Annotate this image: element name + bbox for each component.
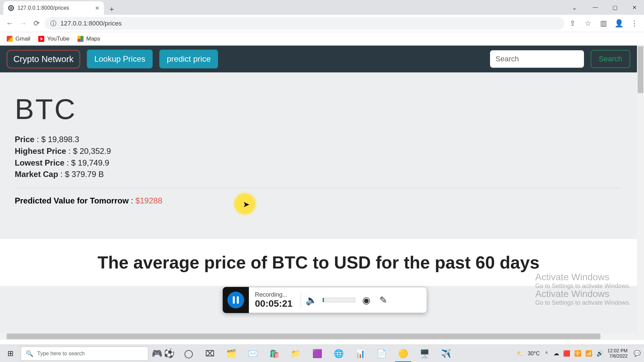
file-explorer-icon[interactable]: 🗂️ — [221, 345, 242, 362]
edge-icon[interactable]: 🌐 — [328, 345, 350, 362]
search-placeholder: Search — [495, 55, 519, 63]
app-icon[interactable]: ✈️ — [435, 345, 457, 362]
chrome-icon[interactable]: 🟡 — [392, 345, 414, 362]
weather-icon[interactable]: ⛅ — [517, 350, 524, 357]
forward-icon: → — [18, 18, 28, 28]
notifications-icon[interactable]: 💬 — [634, 350, 641, 357]
bookmarks-bar: Gmail YouTube Maps — [0, 32, 644, 46]
horizontal-scrollbar[interactable] — [0, 333, 637, 340]
bookmark-gmail[interactable]: Gmail — [7, 36, 30, 42]
vertical-scrollbar[interactable] — [637, 46, 644, 340]
wifi-icon[interactable]: 📶 — [585, 350, 592, 357]
taskbar-search-placeholder: Type here to search — [37, 351, 85, 357]
taskbar-widgets[interactable]: 🎮⚽ — [148, 348, 178, 359]
start-button[interactable]: ⊞ — [0, 345, 21, 362]
chart-title: The average price of BTC to USD for the … — [0, 252, 637, 273]
star-icon[interactable]: ☆ — [583, 18, 593, 28]
word-icon[interactable]: 📄 — [371, 345, 392, 362]
sidepanel-icon[interactable]: ▥ — [598, 18, 608, 28]
address-row: ← → ⟳ ⓘ 127.0.0.1:8000/prices ⇪ ☆ ▥ 👤 ⋮ — [0, 15, 644, 32]
divider — [15, 188, 622, 188]
mute-icon[interactable]: 🔈 — [303, 295, 320, 306]
screen-recorder-overlay[interactable]: Recording... 00:05:21 🔈 ◉ ✎ — [222, 287, 427, 313]
tray-chevron-icon[interactable]: ＾ — [544, 350, 549, 357]
annotate-icon[interactable]: ✎ — [375, 295, 391, 306]
tab-title: 127.0.0.1:8000/prices — [17, 5, 69, 11]
predict-price-button[interactable]: predict price — [159, 50, 218, 68]
taskbar-clock[interactable]: 12:02 PM 7/6/2022 — [607, 348, 630, 359]
stat-highest: Highest Price : $ 20,352.9 — [15, 145, 622, 157]
store-icon[interactable]: 🛍️ — [264, 345, 285, 362]
bookmark-label: YouTube — [47, 36, 69, 42]
reload-icon[interactable]: ⟳ — [32, 18, 42, 28]
powerpoint-icon[interactable]: 📊 — [350, 345, 371, 362]
network-icon[interactable]: 🛜 — [574, 350, 581, 357]
bookmark-label: Maps — [86, 36, 100, 42]
profile-icon[interactable]: 👤 — [614, 18, 624, 28]
site-info-icon[interactable]: ⓘ — [50, 19, 56, 27]
maps-icon — [77, 36, 84, 42]
cortana-icon[interactable]: ⌧ — [199, 345, 221, 362]
activate-windows-watermark: Activate Windows Go to Settings to activ… — [535, 272, 631, 290]
share-icon[interactable]: ⇪ — [568, 18, 578, 28]
taskbar-search[interactable]: 🔍 Type here to search — [21, 347, 148, 361]
stat-lowest: Lowest Price : $ 19,749.9 — [15, 157, 622, 169]
search-input[interactable]: Search — [490, 50, 584, 68]
mail-icon[interactable]: ✉️ — [242, 345, 264, 362]
volume-meter — [322, 298, 355, 302]
stat-marketcap: Market Cap : $ 379.79 B — [15, 169, 622, 180]
address-bar[interactable]: ⓘ 127.0.0.1:8000/prices — [45, 17, 564, 30]
brand-link[interactable]: Crypto Network — [7, 50, 80, 68]
page-viewport: Crypto Network Lookup Prices predict pri… — [0, 46, 644, 340]
gmail-icon — [7, 36, 13, 42]
tray-app-icon[interactable]: 🟥 — [563, 350, 570, 357]
bookmark-label: Gmail — [15, 36, 30, 42]
window-minimize-icon[interactable]: — — [586, 0, 605, 15]
predicted-value: Predicted Value for Tomorrow : $19288 — [15, 196, 622, 205]
kebab-menu-icon[interactable]: ⋮ — [629, 18, 639, 28]
youtube-icon — [38, 36, 44, 42]
stat-price: Price : $ 19,898.3 — [15, 134, 622, 145]
volume-icon[interactable]: 🔊 — [596, 350, 603, 357]
lookup-prices-button[interactable]: Lookup Prices — [87, 50, 153, 68]
bookmark-maps[interactable]: Maps — [77, 36, 100, 42]
close-tab-icon[interactable]: ✕ — [95, 5, 99, 11]
pause-button[interactable] — [227, 292, 244, 308]
task-view-icon[interactable]: ◯ — [178, 345, 199, 362]
onedrive-icon[interactable]: ☁ — [553, 350, 559, 357]
window-maximize-icon[interactable]: ▢ — [605, 0, 625, 15]
tab-strip: 127.0.0.1:8000/prices ✕ ＋ ⌄ — ▢ ✕ — [0, 0, 644, 15]
folder-icon[interactable]: 📁 — [285, 345, 307, 362]
browser-tab[interactable]: 127.0.0.1:8000/prices ✕ — [3, 1, 104, 15]
taskbar: ⊞ 🔍 Type here to search 🎮⚽ ◯ ⌧ 🗂️ ✉️ 🛍️ … — [0, 345, 644, 362]
back-icon[interactable]: ← — [5, 18, 15, 28]
url-text: 127.0.0.1:8000/prices — [60, 20, 122, 27]
bookmark-youtube[interactable]: YouTube — [38, 36, 69, 42]
tabs-menu-icon[interactable]: ⌄ — [572, 4, 577, 11]
site-navbar: Crypto Network Lookup Prices predict pri… — [0, 46, 637, 72]
weather-temp: 30°C — [528, 351, 540, 357]
webcam-icon[interactable]: ◉ — [358, 295, 375, 306]
app-icon[interactable]: 🟪 — [307, 345, 328, 362]
recording-status: Recording... — [255, 291, 292, 298]
terminal-icon[interactable]: 🖥️ — [414, 345, 435, 362]
activate-windows-watermark: Activate Windows Go to Settings to activ… — [535, 289, 631, 306]
crypto-symbol-heading: BTC — [15, 93, 622, 126]
search-icon: 🔍 — [26, 350, 33, 357]
recording-elapsed: 00:05:21 — [255, 298, 292, 309]
globe-icon — [8, 5, 14, 11]
window-close-icon[interactable]: ✕ — [625, 0, 644, 15]
new-tab-button[interactable]: ＋ — [106, 3, 117, 15]
search-button[interactable]: Search — [591, 50, 630, 68]
